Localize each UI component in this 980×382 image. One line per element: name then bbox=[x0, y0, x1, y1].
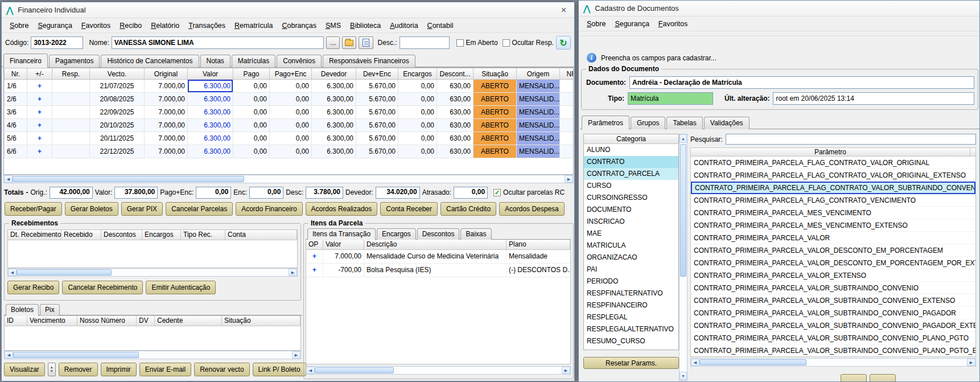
spin-control[interactable]: ▲▼ bbox=[48, 363, 56, 376]
itens-column-header[interactable]: Valor bbox=[323, 240, 364, 249]
financeiro-tab[interactable]: Responsáveis Financeiros bbox=[323, 55, 415, 67]
categoria-item[interactable]: RESPLEGAL bbox=[584, 311, 678, 323]
scroll-left-icon[interactable]: ◀ bbox=[8, 269, 17, 276]
boletos-column-header[interactable]: Vencimento bbox=[27, 316, 77, 326]
itens-tab[interactable]: Baixas bbox=[460, 228, 491, 240]
menu-item[interactable]: Cobranças bbox=[277, 20, 320, 31]
resetar-params-button[interactable]: Resetar Params. bbox=[583, 357, 679, 369]
menu-item[interactable]: Segurança bbox=[610, 18, 653, 30]
item-row[interactable]: + 7.000,00 Mensalidade Curso de Medicina… bbox=[306, 250, 570, 264]
cell-valor[interactable]: 6.300,00 bbox=[188, 119, 233, 132]
expand-toggle[interactable]: + bbox=[27, 132, 52, 145]
financeiro-tab[interactable]: Notas bbox=[200, 55, 230, 67]
notes-button[interactable] bbox=[359, 36, 373, 49]
recebimentos-button[interactable]: Emitir Autenticação bbox=[146, 281, 216, 294]
scroll-thumb[interactable] bbox=[17, 269, 112, 276]
menu-item[interactable]: Recibo bbox=[115, 20, 146, 31]
recebimentos-hscrollbar[interactable]: ◀ ▶ bbox=[7, 268, 298, 277]
item-op[interactable]: + bbox=[306, 264, 323, 277]
grid-hscrollbar[interactable]: ◀ ▶ bbox=[3, 175, 574, 183]
menu-item[interactable]: Rematrícula bbox=[230, 20, 277, 31]
parametro-row[interactable]: CONTRATO_PRIMEIRA_PARCELA_VALOR_SUBTRAIN… bbox=[691, 332, 975, 344]
boletos-button[interactable]: Link P/ Boleto bbox=[253, 363, 306, 376]
action-button[interactable]: Gerar PIX bbox=[121, 202, 163, 216]
menu-item[interactable]: Auditoria bbox=[385, 20, 422, 31]
boletos-tab[interactable]: Boletos bbox=[6, 304, 39, 316]
categoria-item[interactable]: RESUMO_CURSO bbox=[584, 335, 678, 347]
itens-tab[interactable]: Encargos bbox=[377, 228, 416, 240]
financeiro-tab[interactable]: Convênios bbox=[277, 55, 322, 67]
folder-button[interactable] bbox=[342, 36, 356, 49]
cell-valor[interactable]: 6.300,00 bbox=[188, 93, 233, 106]
alteracao-input[interactable] bbox=[773, 92, 974, 105]
categoria-item[interactable]: ALUNO bbox=[584, 144, 678, 156]
grid-column-header[interactable]: +/- bbox=[27, 68, 52, 80]
boletos-column-header[interactable]: ID bbox=[5, 316, 27, 326]
itens-hscrollbar[interactable]: ◀ ▶ bbox=[306, 366, 571, 375]
boletos-tab[interactable]: Pix bbox=[40, 304, 60, 315]
parcela-row[interactable]: 1/6 + 21/07/2025 7.000,00 6.300,00 0,00 … bbox=[5, 80, 574, 93]
categoria-item[interactable]: ORGANIZACAO bbox=[584, 252, 678, 264]
parametro-row[interactable]: CONTRATO_PRIMEIRA_PARCELA_VALOR bbox=[691, 232, 975, 244]
parametro-row[interactable]: CONTRATO_PRIMEIRA_PARCELA_FLAG_CONTRATO_… bbox=[691, 182, 975, 194]
financeiro-tab[interactable]: Histórico de Cancelamentos bbox=[101, 55, 199, 67]
categoria-item[interactable]: CURSOINGRESSO bbox=[584, 192, 678, 204]
financeiro-tab[interactable]: Matrículas bbox=[232, 55, 275, 67]
cadastro-titlebar[interactable]: ⋀ Cadastro de Documentos bbox=[579, 1, 979, 17]
grid-column-header[interactable]: Origem bbox=[517, 68, 560, 80]
parcela-row[interactable]: 4/6 + 20/10/2025 7.000,00 6.300,00 0,00 … bbox=[5, 119, 574, 132]
scroll-left-icon[interactable]: ◀ bbox=[4, 175, 13, 183]
ocultar-rc-checkbox[interactable]: ✓ bbox=[493, 189, 501, 196]
categoria-item[interactable]: RESPFINALTERNATIVO bbox=[584, 287, 678, 299]
documento-input[interactable] bbox=[629, 76, 974, 89]
ocultar-resp-checkbox[interactable] bbox=[503, 39, 510, 47]
cadastro-tab[interactable]: Parâmetros bbox=[582, 116, 629, 130]
categoria-item[interactable]: RESPFINANCEIRO bbox=[584, 299, 678, 311]
categoria-item[interactable]: INSCRICAO bbox=[584, 216, 678, 228]
grid-column-header[interactable]: Resp. bbox=[52, 68, 90, 80]
grid-column-header[interactable]: Valor bbox=[188, 68, 233, 80]
scroll-thumb[interactable] bbox=[680, 144, 686, 277]
parametros-hscrollbar[interactable]: ◀ ▶ bbox=[690, 358, 976, 367]
categoria-item[interactable]: PAI bbox=[584, 264, 678, 276]
parametro-row[interactable]: CONTRATO_PRIMEIRA_PARCELA_VALOR_EXTENSO bbox=[691, 269, 975, 282]
itens-column-header[interactable]: Plano bbox=[507, 240, 570, 249]
categoria-item[interactable]: CURSO bbox=[584, 180, 678, 192]
menu-item[interactable]: Segurança bbox=[33, 20, 76, 31]
codigo-input[interactable] bbox=[31, 36, 83, 49]
recebimentos-column-header[interactable]: Dt. Recebimento bbox=[8, 230, 61, 240]
scroll-left-icon[interactable]: ◀ bbox=[5, 351, 13, 359]
expand-toggle[interactable]: + bbox=[27, 119, 52, 132]
refresh-button[interactable]: ↻ bbox=[556, 36, 571, 50]
menu-item[interactable]: SMS bbox=[321, 20, 345, 31]
cadastro-tab[interactable]: Grupos bbox=[631, 117, 665, 129]
desc-input[interactable] bbox=[400, 36, 450, 49]
parametro-row[interactable]: CONTRATO_PRIMEIRA_PARCELA_FLAG_CONTRATO_… bbox=[691, 194, 975, 207]
scroll-left-icon[interactable]: ◀ bbox=[306, 367, 315, 374]
item-op[interactable]: + bbox=[306, 250, 323, 263]
cell-valor[interactable]: 6.300,00 bbox=[188, 145, 233, 158]
grid-column-header[interactable]: Descont... bbox=[437, 68, 473, 80]
recebimentos-column-header[interactable]: Tipo Rec. bbox=[181, 230, 225, 240]
categoria-item[interactable]: CONTRATO bbox=[584, 156, 678, 168]
scroll-right-icon[interactable]: ▶ bbox=[292, 351, 300, 359]
itens-column-header[interactable]: OP bbox=[306, 240, 323, 249]
partial-button[interactable] bbox=[870, 374, 896, 382]
parametro-row[interactable]: CONTRATO_PRIMEIRA_PARCELA_VALOR_SUBTRAIN… bbox=[691, 282, 975, 294]
financeiro-tab[interactable]: Financeiro bbox=[3, 54, 48, 68]
scroll-right-icon[interactable]: ▶ bbox=[289, 269, 297, 276]
menu-item[interactable]: Favoritos bbox=[77, 20, 115, 31]
boletos-button[interactable]: Enviar E-mail bbox=[139, 363, 191, 376]
action-button[interactable]: Conta Receber bbox=[380, 202, 438, 216]
itens-tab[interactable]: Descontos bbox=[417, 228, 460, 240]
categoria-item[interactable]: PERIODO bbox=[584, 276, 678, 287]
lookup-button[interactable]: ... bbox=[326, 36, 340, 49]
expand-toggle[interactable]: + bbox=[27, 145, 52, 158]
categoria-item[interactable]: MAE bbox=[584, 228, 678, 240]
recebimentos-column-header[interactable]: Conta bbox=[225, 230, 297, 240]
parametro-row[interactable]: CONTRATO_PRIMEIRA_PARCELA_VALOR_SUBTRAIN… bbox=[691, 307, 975, 319]
financeiro-tab[interactable]: Pagamentos bbox=[49, 55, 100, 67]
financeiro-titlebar[interactable]: ⋀ Financeiro Individual × bbox=[2, 2, 574, 18]
item-row[interactable]: + -700,00 Bolsa Pesquisa (IES) (-) DESCO… bbox=[306, 264, 570, 277]
categoria-header[interactable]: Categoria bbox=[584, 134, 678, 144]
